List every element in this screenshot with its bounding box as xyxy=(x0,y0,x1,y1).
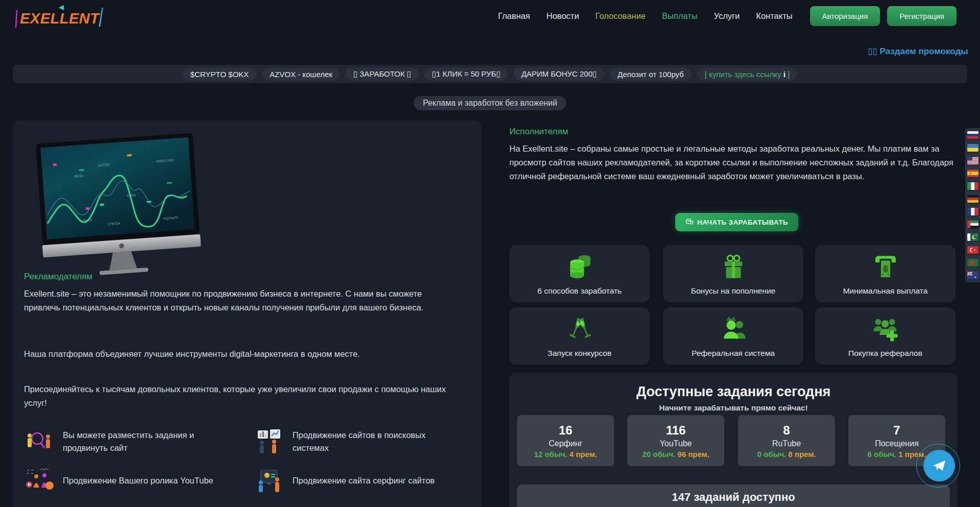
stat-premium: 8 прем. xyxy=(788,450,816,458)
flag-pakistan-icon[interactable] xyxy=(967,233,978,241)
stat-count: 116 xyxy=(666,423,686,438)
contest-glasses-icon xyxy=(565,315,595,344)
flag-ukraine-icon[interactable] xyxy=(967,144,978,152)
payout-icon xyxy=(871,252,900,282)
start-earning-button[interactable]: НАЧАТЬ ЗАРАБАТЫВАТЬ xyxy=(675,213,798,231)
feature-label: Вы можете разместить задания и продвинут… xyxy=(63,429,231,454)
auth-buttons: Авторизация Регистрация xyxy=(810,6,957,26)
feature-item: Качественная баннерная реклама Вашего xyxy=(25,503,255,507)
buy-referrals-icon xyxy=(871,315,900,344)
stat-surfing: 16 Серфинг 12 обыч. 4 прем. xyxy=(517,415,614,466)
buy-link-text: [ купить здесь ссылку xyxy=(705,70,781,79)
card-label: Покупка рефералов xyxy=(848,349,922,358)
gift-icon xyxy=(719,252,748,282)
stat-normal: 0 обыч. xyxy=(757,450,787,458)
promo-codes-marquee[interactable]: ▯▯ Раздаем промокоды xyxy=(868,46,980,57)
feature-label: Продвижение сайтов в поисковых системах xyxy=(292,429,461,454)
ticker-item[interactable]: ▯1 КЛИК = 50 РУБ▯ xyxy=(424,67,508,81)
available-tasks-card: Доступные задания сегодня Начните зараба… xyxy=(509,373,958,507)
card-deposit-bonuses[interactable]: Бонусы на пополнение xyxy=(663,245,803,302)
svg-text:4.03K: 4.03K xyxy=(127,193,136,197)
stat-normal: 12 обыч. xyxy=(534,450,567,458)
monitor-illustration: 48.03 ULTER ANHLYSIS 4.03K 70.KK 179/314… xyxy=(20,129,224,282)
card-label: Минимальная выплата xyxy=(843,286,928,296)
referral-crown-icon xyxy=(719,315,748,344)
nav-services[interactable]: Услуги xyxy=(714,11,740,21)
stat-youtube: 116 YouTube 20 обыч. 96 прем. xyxy=(627,415,724,466)
flag-turkey-icon[interactable] xyxy=(967,246,978,254)
stat-premium: 96 прем. xyxy=(677,450,709,458)
feature-item: Вы можете разместить задания и продвинут… xyxy=(25,426,255,457)
flag-uae-icon[interactable] xyxy=(967,221,978,228)
info-icon: i xyxy=(783,70,786,79)
advertisers-paragraph-3: Присоединяйтесь к тысячам довольных клие… xyxy=(24,382,461,410)
feature-label: Продвижение Вашего ролика YouTube xyxy=(63,474,213,487)
svg-text:EXELLENT: EXELLENT xyxy=(20,10,100,27)
nav-contacts[interactable]: Контакты xyxy=(756,11,792,21)
flag-spain-icon[interactable] xyxy=(967,170,978,177)
tasks-subtitle: Начните зарабатывать прямо сейчас! xyxy=(509,403,958,413)
site-logo[interactable]: EXELLENT xyxy=(13,3,110,29)
page: EXELLENT Главная Новости Голосование Вып… xyxy=(0,0,980,507)
buy-link-here[interactable]: [ купить здесь ссылку i ] xyxy=(697,68,798,81)
flag-france-icon[interactable] xyxy=(967,208,978,215)
advertisers-card: 48.03 ULTER ANHLYSIS 4.03K 70.KK 179/314… xyxy=(13,120,481,507)
nav-news[interactable]: Новости xyxy=(546,11,579,21)
ticker-bar: $CRYPTO $OKX AZVOX - кошелек ▯ ЗАРАБОТОК… xyxy=(13,65,967,83)
stat-premium: 4 прем. xyxy=(570,450,597,458)
youtube-promo-illustration xyxy=(25,467,54,494)
card-contests[interactable]: Запуск конкурсов xyxy=(509,307,650,365)
header: EXELLENT Главная Новости Голосование Вып… xyxy=(0,0,980,32)
tasks-title: Доступные задания сегодня xyxy=(509,384,958,400)
stat-count: 16 xyxy=(559,423,573,438)
flag-germany-icon[interactable] xyxy=(967,195,978,203)
advertisers-paragraph-2: Наша платформа объединяет лучшие инструм… xyxy=(24,347,448,361)
register-button[interactable]: Регистрация xyxy=(887,6,957,26)
main-nav: Главная Новости Голосование Выплаты Услу… xyxy=(498,11,793,21)
card-referral-system[interactable]: Реферальная система xyxy=(663,307,803,365)
svg-text:48.03: 48.03 xyxy=(74,174,83,178)
ticker-item[interactable]: AZVOX - кошелек xyxy=(262,68,340,81)
card-label: 6 способов заработать xyxy=(537,286,622,296)
buy-link-bracket: ] xyxy=(788,70,790,79)
flag-australia-icon[interactable] xyxy=(967,272,978,279)
telegram-button[interactable] xyxy=(916,443,963,490)
card-label: Запуск конкурсов xyxy=(548,349,611,358)
stat-normal: 6 обыч. xyxy=(868,450,897,458)
flag-italy-icon[interactable] xyxy=(967,182,978,190)
advertisers-paragraph-1: Exellent.site – это незаменимый помощник… xyxy=(24,287,437,315)
card-label: Бонусы на пополнение xyxy=(691,286,775,296)
stat-label: Посещения xyxy=(875,439,919,448)
stat-label: YouTube xyxy=(660,439,692,448)
ticker-item[interactable]: ▯ ЗАРАБОТОК ▯ xyxy=(346,67,419,81)
flag-russia-icon[interactable] xyxy=(967,131,978,139)
login-button[interactable]: Авторизация xyxy=(810,6,880,26)
feature-item: Быстрая реклама сайта в ротационной xyxy=(255,503,474,507)
stat-label: RuTube xyxy=(772,439,801,448)
flag-bangladesh-icon[interactable] xyxy=(967,259,978,267)
card-min-payout[interactable]: Минимальная выплата xyxy=(815,245,955,302)
feature-item: Продвижение сайтов в поисковых системах xyxy=(255,426,474,457)
cta-label: НАЧАТЬ ЗАРАБАТЫВАТЬ xyxy=(697,219,788,226)
card-buy-referrals[interactable]: Покупка рефералов xyxy=(815,307,955,365)
ticker-item[interactable]: $CRYPTO $OKX xyxy=(183,68,257,81)
performers-text: На Exellent.site – собраны самые простые… xyxy=(509,142,958,183)
total-tasks-label: 147 заданий доступно xyxy=(672,491,795,507)
svg-text:70.KK: 70.KK xyxy=(82,218,92,222)
ticker-item[interactable]: Депозит от 100руб xyxy=(610,68,692,81)
advertiser-features: Вы можете разместить задания и продвинут… xyxy=(25,426,474,507)
nav-voting[interactable]: Голосование xyxy=(595,11,646,21)
ticker-item[interactable]: ДАРИМ БОНУС 200▯ xyxy=(513,67,604,81)
telegram-plane-icon xyxy=(932,458,947,473)
logo-graphic: EXELLENT xyxy=(13,3,110,29)
stat-label: Серфинг xyxy=(549,439,582,448)
nav-payouts[interactable]: Выплаты xyxy=(662,11,698,21)
flag-usa-icon[interactable] xyxy=(967,157,978,164)
performers-title: Исполнителям xyxy=(509,127,568,137)
card-ways-to-earn[interactable]: 6 способов заработать xyxy=(509,245,650,302)
people-magnifier-illustration xyxy=(25,428,54,455)
feature-item: Продвижение Вашего ролика YouTube xyxy=(25,465,255,496)
coins-icon xyxy=(685,218,694,226)
nav-home[interactable]: Главная xyxy=(498,11,530,21)
surfing-promo-illustration xyxy=(255,467,283,494)
